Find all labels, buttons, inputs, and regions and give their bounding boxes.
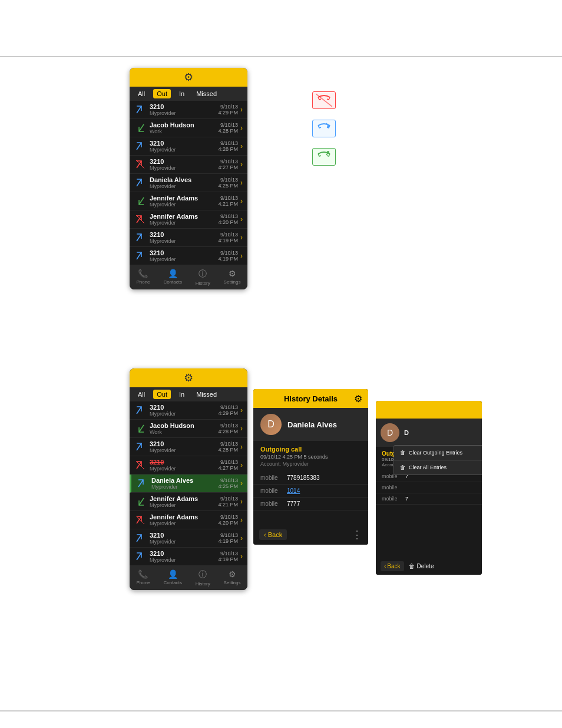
partial-number-label: mobile [382,496,405,502]
call-name: Daniela Alves [150,176,218,183]
call-info: 3210 Myprovider [150,550,218,563]
history-details-header: ⚙ History Details [253,389,368,408]
call-item[interactable]: 3210 Myprovider 9/10/134:27 PM › [130,156,247,174]
settings-icon-2: ⚙ [184,371,193,384]
call-item[interactable]: Jennifer Adams Myprovider 9/10/134:20 PM… [130,511,247,529]
call-sub: Myprovider [151,484,218,490]
call-time: 9/10/134:28 PM [218,441,238,453]
call-item[interactable]: Jacob Hudson Work 9/10/134:28 PM › [130,119,247,137]
call-item[interactable]: Jacob Hudson Work 9/10/134:28 PM › [130,420,247,438]
partial-panel: D D Outgoing c 09/10/13 4:2 Account: Myp… [376,401,482,575]
call-info: 3210 Myprovider [150,231,218,244]
outgoing-call-icon [134,140,146,152]
phone-tabs-1: All Out In Missed [130,87,247,101]
footer-history[interactable]: ⓘ History [196,269,210,286]
outgoing-call-icon [134,532,146,544]
call-item[interactable]: Jennifer Adams Myprovider 9/10/134:21 PM… [130,192,247,210]
footer-phone[interactable]: 📞 Phone [136,269,150,286]
missed-call-icon [134,459,146,471]
history-number-label: mobile [260,475,287,481]
call-item[interactable]: 3210 Myprovider 9/10/134:19 PM › [130,548,247,566]
call-time: 9/10/134:28 PM [218,122,238,134]
phone-header-1: ⚙ [130,68,247,87]
footer-settings[interactable]: ⚙ Settings [224,269,241,286]
call-item[interactable]: 3210 Myprovider 9/10/134:28 PM › [130,438,247,456]
call-time: 9/10/134:25 PM [218,477,238,489]
call-item[interactable]: Daniela Alves Myprovider 9/10/134:25 PM … [130,174,247,192]
context-menu-item-clear-outgoing[interactable]: 🗑 Clear Outgoing Entries [394,446,482,460]
top-divider [0,56,562,57]
contacts-icon: 👤 [168,269,178,278]
outgoing-call-icon [134,104,146,116]
tab-in-2[interactable]: In [176,390,188,399]
call-name: 3210 [150,404,218,411]
chevron-icon: › [240,461,243,469]
call-item[interactable]: 3210 Myprovider 9/10/134:19 PM › [130,229,247,247]
incoming-call-icon [134,122,146,134]
call-time: 9/10/134:20 PM [218,514,238,526]
partial-panel-header [376,401,482,419]
call-time: 9/10/134:21 PM [218,496,238,508]
tab-out-1[interactable]: Out [153,89,171,98]
call-sub: Myprovider [150,202,218,207]
outgoing-call-icon [134,441,146,453]
footer-history-2[interactable]: ⓘ History [196,569,210,587]
footer-settings-2[interactable]: ⚙ Settings [224,569,241,587]
tab-missed-1[interactable]: Missed [193,89,220,98]
call-item[interactable]: Jennifer Adams Myprovider 9/10/134:20 PM… [130,210,247,229]
chevron-icon: › [240,252,243,260]
partial-back-button[interactable]: ‹ Back [381,561,404,571]
chevron-icon: › [240,106,243,114]
history-icon: ⓘ [199,569,207,580]
footer-contacts-2[interactable]: 👤 Contacts [163,569,182,587]
context-menu-item-clear-all[interactable]: 🗑 Clear All Entries [394,460,482,475]
call-name: 3210 [150,140,218,147]
call-name: 3210 [150,459,218,466]
call-time: 9/10/134:19 PM [218,551,238,562]
call-item[interactable]: 3210 Myprovider 9/10/134:29 PM › [130,401,247,420]
call-item[interactable]: 3210 Myprovider 9/10/134:28 PM › [130,137,247,156]
call-time: 9/10/134:28 PM [218,423,238,434]
call-item[interactable]: 3210 Myprovider 9/10/134:27 PM › [130,456,247,475]
jacob-hudson-name: Jacob Hudson [150,121,218,129]
call-item[interactable]: 3210 Myprovider 9/10/134:29 PM › [130,101,247,119]
call-time: 9/10/134:19 PM [218,232,238,243]
tab-all-1[interactable]: All [134,89,148,98]
call-item[interactable]: Jennifer Adams Myprovider 9/10/134:21 PM… [130,493,247,511]
footer-history-label: History [196,281,210,286]
footer-phone-2[interactable]: 📞 Phone [136,569,150,587]
history-number-label: mobile [260,487,287,494]
history-footer: ‹ Back ⋮ [253,525,368,545]
tab-in-1[interactable]: In [176,89,188,98]
tab-out-2[interactable]: Out [153,390,171,399]
partial-delete-button[interactable]: 🗑 Delete [409,563,434,569]
history-call-type: Outgoing call [260,446,361,453]
call-name: 3210 [150,440,218,447]
call-name: 3210 [150,550,218,557]
tab-all-2[interactable]: All [134,390,148,399]
call-time: 9/10/134:21 PM [218,195,238,207]
outgoing-call-icon [134,404,146,416]
call-item[interactable]: 3210 Myprovider 9/10/134:19 PM › [130,247,247,265]
back-label: Back [268,531,282,538]
call-sub: Myprovider [150,539,218,545]
call-time: 9/10/134:25 PM [218,177,238,189]
tab-missed-2[interactable]: Missed [193,390,220,399]
history-call-date: 09/10/12 4:25 PM 5 seconds [260,454,361,460]
footer-phone-label-2: Phone [136,580,150,585]
trash-icon-2: 🗑 [400,465,405,470]
call-item[interactable]: Daniela Alves Myprovider 9/10/134:25 PM … [130,475,247,493]
call-sub: Myprovider [150,521,218,526]
call-sub: Myprovider [150,447,218,453]
history-back-button[interactable]: ‹ Back [259,529,287,540]
call-name: 3210 [150,158,218,165]
call-item[interactable]: 3210 Myprovider 9/10/134:19 PM › [130,529,247,548]
call-name: Jennifer Adams [150,213,218,220]
call-sub: Myprovider [150,110,218,116]
footer-contacts[interactable]: 👤 Contacts [163,269,182,286]
incoming-call-icon [134,423,146,434]
history-number-value: 7789185383 [287,475,320,481]
chevron-icon: › [240,479,243,487]
more-options-icon[interactable]: ⋮ [352,528,362,541]
chevron-icon: › [240,160,243,169]
